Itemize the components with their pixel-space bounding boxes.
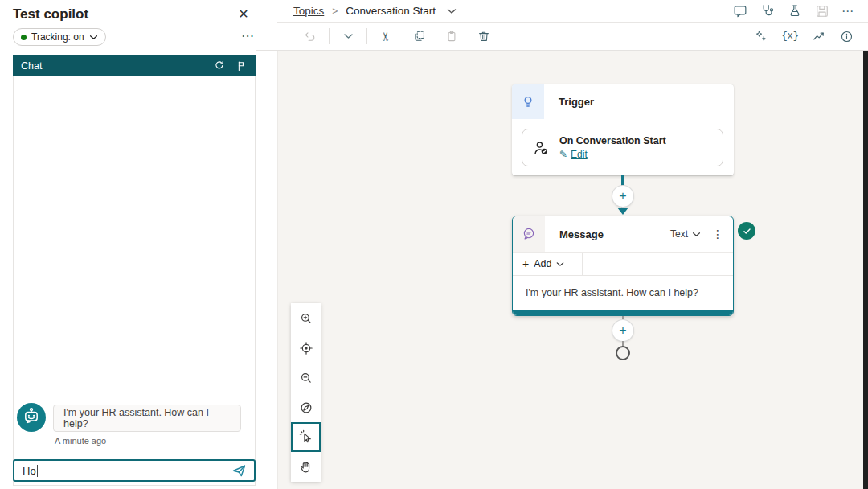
topic-checker-icon[interactable] [760, 3, 776, 19]
trigger-node[interactable]: Trigger On Conversation Start ✎ Edit [512, 84, 734, 175]
test-panel-title: Test copilot [13, 4, 88, 25]
screen-edge-strip [863, 51, 868, 489]
close-icon[interactable]: ✕ [235, 6, 252, 23]
message-type-select[interactable]: Text [670, 228, 701, 240]
node-valid-check-icon [738, 222, 755, 240]
message-node-title: Message [559, 228, 604, 240]
end-of-flow-node [616, 346, 630, 360]
canvas-zoom-toolbar [291, 303, 321, 482]
chat-input[interactable]: Ho [13, 459, 256, 482]
center-view-icon[interactable] [291, 333, 321, 363]
message-node[interactable]: Message Text ⋮ + Add I'm your HR assista… [512, 216, 734, 316]
add-node-button[interactable]: + [612, 320, 633, 341]
select-tool-icon[interactable] [291, 422, 321, 452]
message-bubble-icon [513, 216, 545, 252]
more-options-icon[interactable]: ⋯ [238, 27, 257, 46]
analytics-icon[interactable] [811, 28, 827, 44]
message-timestamp: A minute ago [55, 436, 106, 446]
tracking-toggle[interactable]: Tracking: on [13, 28, 106, 46]
message-node-accent-bar [513, 310, 733, 315]
flag-icon[interactable] [235, 60, 248, 72]
message-body-text[interactable]: I'm your HR assistant. How can I help? [513, 276, 733, 310]
toolbar-divider [329, 28, 330, 44]
refresh-icon[interactable] [213, 60, 226, 72]
breadcrumb-topics-link[interactable]: Topics [293, 5, 324, 17]
breadcrumb-separator: > [332, 6, 338, 17]
trigger-node-title: Trigger [559, 96, 594, 108]
chevron-down-icon [89, 35, 98, 40]
bot-message-bubble: I'm your HR assistant. How can I help? [53, 405, 241, 432]
topic-dropdown-chevron-icon[interactable] [447, 8, 457, 14]
chat-input-value: Ho [23, 465, 36, 477]
plus-icon: + [522, 257, 529, 270]
paste-icon[interactable] [444, 28, 459, 44]
pencil-icon: ✎ [559, 149, 567, 160]
breadcrumb-current-topic: Conversation Start [346, 5, 436, 17]
copilot-sparkles-icon[interactable] [754, 29, 769, 44]
node-more-menu-icon[interactable]: ⋮ [712, 228, 723, 240]
add-label: Add [534, 258, 551, 269]
chevron-down-icon [692, 232, 701, 237]
test-beaker-icon[interactable] [787, 3, 803, 19]
copy-icon[interactable] [412, 28, 427, 44]
zoom-out-icon[interactable] [291, 363, 321, 392]
comments-icon[interactable] [732, 3, 748, 19]
chevron-down-icon [556, 261, 564, 267]
save-icon[interactable] [814, 3, 830, 19]
undo-menu-chevron-icon[interactable] [341, 28, 355, 44]
lightbulb-icon [512, 84, 544, 119]
message-add-row: + Add [513, 252, 733, 276]
message-type-value: Text [670, 228, 688, 240]
cut-icon[interactable]: ✂ [378, 29, 394, 43]
breadcrumb: Topics > Conversation Start ⋯ [256, 0, 868, 22]
chat-panel: Chat I'm your HR assistant. How [13, 55, 256, 486]
chat-header-title: Chat [21, 60, 42, 72]
bot-avatar [17, 403, 46, 432]
message-node-header: Message Text ⋮ [513, 216, 733, 252]
canvas-toolbar: ✂ {x} [256, 23, 868, 50]
info-icon[interactable] [839, 29, 854, 44]
copilot-studio-app: Test copilot ✕ Tracking: on ⋯ Chat [0, 0, 868, 489]
variables-icon[interactable]: {x} [781, 31, 799, 42]
zoom-in-icon[interactable] [291, 303, 321, 333]
send-icon[interactable] [231, 462, 248, 479]
delete-icon[interactable] [477, 28, 491, 44]
connector-arrow [617, 208, 628, 215]
pan-tool-icon[interactable] [291, 452, 321, 482]
trigger-item[interactable]: On Conversation Start ✎ Edit [522, 129, 723, 166]
tracking-status-dot [21, 35, 27, 40]
add-content-button[interactable]: + Add [513, 257, 564, 270]
edit-trigger-link[interactable]: Edit [571, 149, 588, 160]
chat-header: Chat [13, 55, 256, 76]
tracking-label: Tracking: on [31, 31, 84, 43]
person-badge-icon [532, 139, 550, 157]
text-caret [37, 465, 38, 477]
trigger-node-header: Trigger [512, 84, 734, 119]
add-row-divider [582, 253, 583, 275]
more-commands-icon[interactable]: ⋯ [841, 3, 854, 19]
add-node-button[interactable]: + [612, 186, 633, 207]
trigger-item-title: On Conversation Start [559, 135, 666, 147]
reset-view-compass-icon[interactable] [291, 392, 321, 422]
undo-icon[interactable] [303, 28, 317, 44]
toolbar-divider [366, 28, 367, 44]
